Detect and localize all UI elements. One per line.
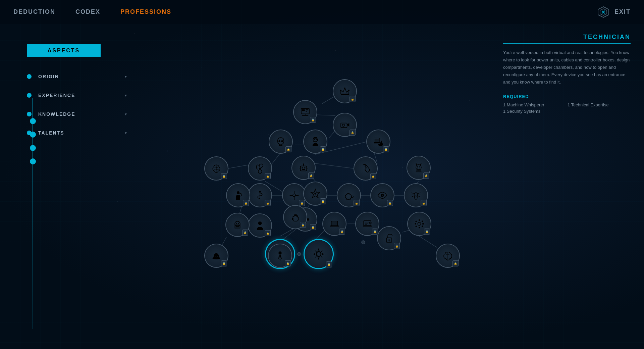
skill-node-demon[interactable]: 🔒 — [407, 156, 431, 180]
node-circle-brain2: 🔒 — [436, 244, 460, 268]
svg-point-120 — [415, 196, 417, 199]
sidebar-label-knowledge: KNOWLEDGE — [38, 111, 117, 117]
node-circle-laptop: 🔒 — [322, 212, 346, 236]
svg-rect-86 — [302, 115, 309, 116]
nav-item-deduction[interactable]: DEDUCTION — [13, 8, 55, 15]
skill-node-laptop[interactable]: 🔒 — [322, 212, 346, 236]
sidebar-item-origin[interactable]: ORIGIN ▼ — [27, 74, 127, 79]
skill-node-laptop2[interactable]: 🔒 — [355, 212, 379, 236]
skill-node-spider[interactable]: 🔒 — [404, 183, 428, 207]
skill-node-head[interactable]: 🔒 — [225, 213, 250, 237]
skill-node-skull[interactable]: 🔒 — [269, 130, 293, 154]
svg-line-17 — [315, 115, 335, 115]
sidebar-dot-experience — [27, 93, 32, 98]
sidebar-arrow-knowledge: ▼ — [124, 112, 127, 116]
sidebar-label-talents: TALENTS — [38, 130, 117, 136]
node-icon-agent — [310, 136, 321, 147]
node-lock-snake: 🔒 — [265, 200, 271, 206]
skill-node-brain-person[interactable]: 🔒 — [226, 183, 250, 207]
node-icon-laptop — [329, 218, 340, 229]
sidebar-item-experience[interactable]: EXPERIENCE ▼ — [27, 93, 127, 98]
required-item-1: 1 Machine Whisperer — [503, 102, 566, 107]
skill-node-tools[interactable]: 🔒 — [282, 183, 306, 207]
nav-item-professions[interactable]: PROFESSIONS — [120, 8, 171, 15]
node-circle-star: 🔒 — [303, 182, 327, 206]
svg-rect-85 — [306, 111, 307, 112]
sidebar-item-talents[interactable]: TALENTS ▼ — [27, 130, 127, 136]
skill-node-computer-hand[interactable]: 🔒 — [366, 130, 390, 154]
exit-button[interactable]: EXIT — [614, 8, 631, 15]
skill-node-eye[interactable]: 🔒 — [370, 183, 394, 207]
skill-node-gear2[interactable]: 🔒 — [407, 212, 431, 236]
svg-point-96 — [345, 194, 352, 199]
skill-node-hat[interactable]: 🔒 — [204, 244, 228, 268]
skill-node-performer[interactable]: 🔒 — [268, 244, 292, 268]
nav-item-codex[interactable]: CODEX — [75, 8, 100, 15]
sidebar-arrow-talents: ▼ — [124, 131, 127, 135]
node-circle-camera: 🔒 — [333, 113, 357, 137]
skill-node-snake[interactable]: 🔒 — [248, 183, 272, 207]
node-lock-agent: 🔒 — [320, 146, 326, 152]
svg-point-81 — [342, 124, 345, 127]
required-item-2: 1 Technical Expertise — [568, 102, 631, 107]
nav-left: DEDUCTION CODEX PROFESSIONS — [13, 8, 171, 15]
skill-node-agent[interactable]: 🔒 — [303, 130, 327, 154]
skill-node-robot-head[interactable]: 🔒 — [291, 156, 316, 180]
skill-node-teapot[interactable]: 🔒 — [337, 183, 361, 207]
node-icon-laptop2 — [362, 218, 373, 229]
sidebar-item-knowledge[interactable]: KNOWLEDGE ▼ — [27, 111, 127, 117]
sidebar-label-origin: ORIGIN — [38, 74, 117, 79]
skill-node-technician[interactable]: 🔒 — [304, 239, 334, 269]
svg-point-97 — [346, 199, 351, 200]
node-circle-hazmat: 🔒 — [248, 156, 272, 181]
node-icon-gear2 — [414, 218, 425, 229]
node-lock-robot-head: 🔒 — [308, 172, 314, 179]
node-lock-brain2: 🔒 — [452, 260, 459, 266]
svg-point-46 — [236, 223, 237, 224]
node-circle-demon: 🔒 — [407, 156, 431, 180]
node-lock-crown: 🔒 — [350, 96, 356, 102]
skill-node-phone[interactable]: 🔒 — [354, 156, 378, 181]
skill-node-brain[interactable]: 🔒 — [204, 156, 228, 181]
node-lock-brain-person: 🔒 — [243, 200, 249, 206]
node-lock-fist: 🔒 — [300, 222, 306, 228]
aspects-header: ASPECTS — [27, 44, 101, 57]
svg-point-59 — [259, 191, 261, 193]
skill-node-hazmat[interactable]: 🔒 — [248, 156, 272, 181]
svg-line-126 — [418, 196, 420, 197]
node-circle-person: 🔒 — [248, 213, 272, 238]
svg-point-77 — [316, 139, 317, 140]
node-lock-technician: 🔒 — [326, 261, 332, 267]
node-icon-performer — [275, 250, 285, 261]
skill-node-fist[interactable]: 🔒 — [283, 205, 307, 229]
node-circle-snake: 🔒 — [248, 183, 272, 207]
node-lock-brain: 🔒 — [221, 173, 227, 179]
required-item-3: 1 Security Systems — [503, 109, 566, 114]
skill-node-machine[interactable]: 🔒 — [293, 100, 317, 124]
skill-node-star[interactable]: 🔒 — [303, 182, 327, 206]
node-icon-unlock — [384, 233, 394, 244]
required-items: 1 Machine Whisperer 1 Technical Expertis… — [503, 102, 631, 114]
node-circle-crown: 🔒 — [333, 79, 357, 103]
svg-rect-65 — [302, 169, 305, 170]
node-icon-eye — [377, 190, 388, 201]
node-icon-computer-hand — [373, 136, 384, 147]
skill-node-camera[interactable]: 🔒 — [333, 113, 357, 137]
node-icon-camera — [339, 119, 350, 130]
svg-point-115 — [418, 222, 421, 225]
profession-description: You're well-versed in both virtual and r… — [503, 49, 631, 86]
svg-point-70 — [278, 140, 280, 142]
skill-node-person[interactable]: 🔒 — [248, 213, 272, 238]
skill-node-unlock[interactable]: 🔒 — [377, 226, 401, 250]
node-icon-teapot — [343, 190, 354, 201]
node-lock-person: 🔒 — [265, 230, 271, 236]
node-icon-phone — [360, 163, 371, 174]
skill-node-brain2[interactable]: 🔒 — [436, 244, 460, 268]
skill-node-crown[interactable]: 🔒 — [333, 79, 357, 103]
node-icon-star — [310, 188, 321, 199]
svg-rect-63 — [302, 167, 303, 168]
node-icon-hazmat — [255, 163, 265, 174]
node-lock-camera: 🔒 — [350, 130, 356, 136]
profession-title: TECHNICIAN — [503, 34, 631, 44]
node-lock-head: 🔒 — [242, 230, 248, 236]
